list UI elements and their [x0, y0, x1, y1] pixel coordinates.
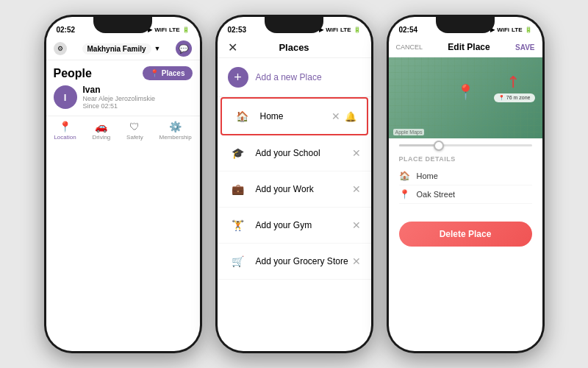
remove-grocery-icon[interactable]: ✕: [352, 255, 361, 267]
map-app: ⚙ Makhynia Family ▼ 💬 📍 ↙ People: [46, 38, 200, 148]
nav-location[interactable]: 📍 Location: [54, 121, 76, 141]
status-icons-1: ▶WiFiLTE🔋: [148, 26, 189, 33]
membership-icon: ⚙️: [169, 121, 182, 132]
nav-location-label: Location: [54, 134, 76, 141]
chat-icon[interactable]: 💬: [176, 40, 192, 57]
place-label-grocery: Add your Grocery Store: [256, 256, 352, 266]
safety-icon: 🛡: [129, 121, 140, 132]
people-title: People: [54, 67, 92, 80]
map-header: ⚙ Makhynia Family ▼ 💬: [46, 38, 200, 60]
phone-1: 02:52 ▶WiFiLTE🔋 ⚙ Makhynia Family ▼ 💬: [44, 15, 202, 353]
places-screen-header: ✕ Places: [218, 38, 371, 58]
chevron-down-icon: ▼: [154, 45, 161, 52]
time-2: 02:53: [228, 26, 247, 34]
add-new-place-row[interactable]: + Add a new Place: [218, 58, 371, 97]
places-icon: 📍: [150, 69, 159, 77]
cancel-button[interactable]: CANCEL: [396, 43, 423, 51]
gear-icon[interactable]: ⚙: [54, 42, 67, 55]
add-icon: +: [228, 67, 248, 88]
remove-gym-icon[interactable]: ✕: [352, 219, 361, 231]
nav-bar: 📍 Location 🚗 Driving 🛡 Safety ⚙️ Members…: [46, 116, 200, 148]
phone-3: 02:54 ▶WiFiLTE🔋 CANCEL Edit Place SAVE 📍…: [387, 15, 545, 353]
nav-driving[interactable]: 🚗 Driving: [92, 121, 110, 141]
slider-fill: [399, 144, 439, 146]
person-name: Ivan: [83, 85, 156, 95]
notch: [93, 17, 152, 33]
person-info: Ivan Near Aleje Jerozolimskie Since 02:5…: [83, 85, 156, 110]
home-icon: 🏠: [232, 106, 253, 127]
place-name-text: Home: [417, 171, 438, 180]
zone-icon: 📍: [498, 95, 505, 100]
place-item-gym[interactable]: 🏋 Add your Gym ✕: [218, 208, 371, 244]
place-item-grocery[interactable]: 🛒 Add your Grocery Store ✕: [218, 244, 371, 280]
status-icons-2: ▶WiFiLTE🔋: [319, 26, 360, 33]
nav-safety-label: Safety: [126, 134, 143, 141]
person-row[interactable]: I Ivan Near Aleje Jerozolimskie Since 02…: [54, 85, 193, 110]
delete-place-wrap: Delete Place: [389, 210, 542, 258]
place-address-text: Oak Street: [417, 190, 456, 199]
places-button[interactable]: 📍 Places: [143, 66, 193, 80]
bottom-panel: People 📍 Places I Ivan Near Aleje Jerozo…: [46, 60, 200, 116]
place-address-row[interactable]: 📍 Oak Street: [399, 185, 532, 204]
time-1: 02:52: [57, 26, 76, 34]
time-3: 02:54: [399, 26, 418, 34]
grocery-icon: 🛒: [228, 251, 248, 272]
place-details-section: Place details 🏠 Home 📍 Oak Street: [389, 149, 542, 210]
place-label-gym: Add your Gym: [256, 220, 352, 230]
place-actions-gym: ✕: [352, 219, 361, 231]
remove-school-icon[interactable]: ✕: [352, 147, 361, 159]
home-detail-icon: 🏠: [399, 171, 411, 181]
place-actions-grocery: ✕: [352, 255, 361, 267]
radius-slider[interactable]: [389, 138, 542, 149]
map-thumbnail[interactable]: 📍 ↙ Apple Maps 📍 76 m zone: [389, 57, 542, 138]
person-location: Near Aleje Jerozolimskie: [83, 95, 156, 102]
maps-credit: Apple Maps: [393, 129, 425, 135]
add-place-label: Add a new Place: [256, 72, 322, 82]
nav-driving-label: Driving: [92, 134, 110, 141]
place-item-work[interactable]: 💼 Add your Work ✕: [218, 171, 371, 208]
map-thumb-pin: 📍: [456, 83, 475, 101]
place-actions-school: ✕: [352, 147, 361, 159]
people-header: People 📍 Places: [54, 66, 193, 80]
delete-place-button[interactable]: Delete Place: [399, 222, 532, 247]
edit-place-title: Edit Place: [448, 42, 490, 52]
family-selector[interactable]: Makhynia Family ▼: [82, 43, 161, 54]
place-name-row[interactable]: 🏠 Home: [399, 167, 532, 185]
driving-icon: 🚗: [95, 121, 107, 132]
person-since: Since 02:51: [83, 102, 156, 110]
place-actions-home: ✕ 🔔: [331, 110, 356, 122]
nav-safety[interactable]: 🛡 Safety: [126, 121, 143, 141]
slider-thumb[interactable]: [434, 141, 444, 151]
location-detail-icon: 📍: [399, 189, 411, 199]
phone-2: 02:53 ▶WiFiLTE🔋 ✕ Places + Add a new Pla…: [215, 15, 373, 353]
status-icons-3: ▶WiFiLTE🔋: [490, 26, 531, 33]
notch-3: [436, 17, 495, 33]
avatar: I: [54, 85, 77, 109]
place-item-school[interactable]: 🎓 Add your School ✕: [218, 135, 371, 171]
remove-work-icon[interactable]: ✕: [352, 183, 361, 195]
place-label-home: Home: [260, 111, 331, 121]
edit-place-header: CANCEL Edit Place SAVE: [389, 38, 542, 57]
place-details-title: Place details: [399, 155, 532, 163]
location-icon: 📍: [59, 121, 71, 132]
zone-badge: 📍 76 m zone: [494, 93, 535, 102]
bell-home-icon[interactable]: 🔔: [345, 111, 356, 122]
remove-home-icon[interactable]: ✕: [331, 110, 340, 122]
nav-membership-label: Membership: [159, 134, 192, 141]
save-button[interactable]: SAVE: [515, 43, 535, 52]
place-label-school: Add your School: [256, 148, 352, 158]
place-label-work: Add your Work: [256, 184, 352, 194]
slider-track: [399, 144, 532, 146]
gym-icon: 🏋: [228, 215, 248, 236]
close-button[interactable]: ✕: [228, 40, 237, 54]
place-actions-work: ✕: [352, 183, 361, 195]
places-screen-title: Places: [279, 42, 309, 53]
family-name: Makhynia Family: [82, 43, 151, 54]
work-icon: 💼: [228, 179, 248, 199]
notch-2: [265, 17, 323, 33]
nav-membership[interactable]: ⚙️ Membership: [159, 121, 192, 141]
school-icon: 🎓: [228, 143, 248, 163]
zone-label: 76 m zone: [506, 95, 531, 100]
place-item-home[interactable]: 🏠 Home ✕ 🔔: [220, 97, 368, 135]
